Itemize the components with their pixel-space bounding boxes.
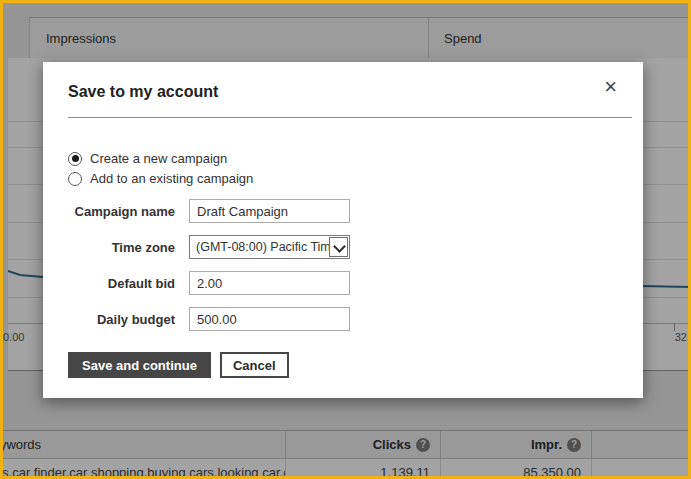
radio-label: Add to an existing campaign — [90, 171, 253, 186]
default-bid-label: Default bid — [68, 276, 175, 291]
title-divider — [68, 117, 632, 118]
close-icon[interactable]: × — [604, 76, 617, 98]
radio-button-icon[interactable] — [68, 152, 82, 166]
time-zone-label: Time zone — [68, 240, 175, 255]
daily-budget-label: Daily budget — [68, 312, 175, 327]
save-and-continue-button[interactable]: Save and continue — [68, 352, 211, 378]
time-zone-select[interactable]: (GMT-08:00) Pacific Time (U. — [189, 235, 350, 259]
campaign-name-row: Campaign name — [68, 199, 350, 223]
daily-budget-row: Daily budget — [68, 307, 350, 331]
save-to-account-dialog: Save to my account × Create a new campai… — [43, 62, 643, 398]
campaign-name-label: Campaign name — [68, 204, 175, 219]
dialog-button-row: Save and continue Cancel — [68, 352, 289, 378]
radio-create-new-campaign[interactable]: Create a new campaign — [68, 151, 227, 166]
cancel-button[interactable]: Cancel — [220, 352, 289, 378]
campaign-name-field[interactable] — [189, 199, 350, 223]
radio-add-to-existing-campaign[interactable]: Add to an existing campaign — [68, 171, 253, 186]
radio-button-icon[interactable] — [68, 172, 82, 186]
chevron-down-icon[interactable] — [329, 237, 348, 257]
time-zone-row: Time zone (GMT-08:00) Pacific Time (U. — [68, 235, 350, 259]
time-zone-selected-value: (GMT-08:00) Pacific Time (U. — [190, 240, 330, 254]
default-bid-field[interactable] — [189, 271, 350, 295]
default-bid-row: Default bid — [68, 271, 350, 295]
daily-budget-field[interactable] — [189, 307, 350, 331]
dialog-title: Save to my account — [68, 83, 218, 101]
radio-label: Create a new campaign — [90, 151, 227, 166]
